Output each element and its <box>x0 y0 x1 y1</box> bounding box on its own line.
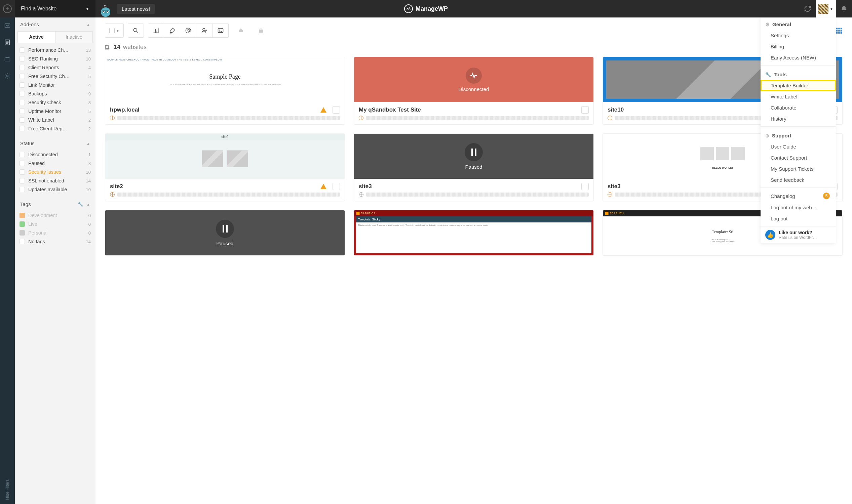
filter-status[interactable]: Disconnected 1 <box>18 150 92 159</box>
dropdown-item[interactable]: Settings <box>761 30 836 41</box>
clean-button[interactable] <box>164 23 180 38</box>
lifebuoy-icon: ⊕ <box>765 133 769 139</box>
dropdown-item[interactable]: User Guide <box>761 141 836 152</box>
report-icon[interactable] <box>3 38 12 47</box>
tab-inactive[interactable]: Inactive <box>55 31 93 43</box>
filter-status[interactable]: SSL not enabled 14 <box>18 176 92 185</box>
filter-status[interactable]: Security Issues 10 <box>18 168 92 176</box>
filter-status[interactable]: Paused 3 <box>18 159 92 168</box>
dropdown-item[interactable]: White Label <box>761 91 836 102</box>
filter-tag[interactable]: Live 0 <box>18 220 92 229</box>
user-dropdown-menu: ⚙GeneralSettingsBillingEarly Access (NEW… <box>761 17 836 243</box>
checkbox[interactable] <box>19 74 25 79</box>
dropdown-item[interactable]: Changelog5 <box>761 190 836 202</box>
filter-addon[interactable]: Free Client Rep… 2 <box>18 124 92 133</box>
checkbox[interactable] <box>19 65 25 70</box>
dropdown-item[interactable]: My Support Tickets <box>761 163 836 174</box>
dropdown-item[interactable]: Early Access (NEW) <box>761 52 836 63</box>
filter-addon[interactable]: Link Monitor 4 <box>18 80 92 89</box>
grid-view-button[interactable] <box>835 27 842 34</box>
dropdown-item[interactable]: Contact Support <box>761 152 836 163</box>
websites-count: 🗐 14 websites <box>105 44 842 51</box>
hide-filters-toggle[interactable]: Hide Filters <box>5 480 10 500</box>
select-all-toggle[interactable]: ▼ <box>105 23 124 38</box>
section-tags-head[interactable]: Tags 🔧▲ <box>15 197 95 211</box>
card-checkbox[interactable] <box>332 183 340 190</box>
checkbox[interactable] <box>19 117 25 123</box>
checkbox[interactable] <box>19 47 25 53</box>
checkbox[interactable] <box>19 169 25 175</box>
filter-status[interactable]: Updates available 10 <box>18 185 92 194</box>
svg-rect-30 <box>840 30 842 32</box>
add-site-button[interactable]: + <box>0 0 15 17</box>
website-card[interactable]: SAMPLE PAGE CHECKOUT FRONT PAGE BLOG ABO… <box>105 57 345 125</box>
checkbox[interactable] <box>19 126 25 131</box>
dropdown-item[interactable]: Send feedback <box>761 174 836 185</box>
user-button[interactable] <box>196 23 212 38</box>
checkbox[interactable] <box>19 109 25 114</box>
filter-tag[interactable]: No tags 14 <box>18 237 92 246</box>
dashboard-icon[interactable] <box>3 21 12 30</box>
section-addons-head[interactable]: Add-ons ▲ <box>15 17 95 31</box>
checkbox[interactable] <box>19 56 25 61</box>
palette-button[interactable] <box>180 23 196 38</box>
addons-icon[interactable] <box>3 55 12 63</box>
filter-addon[interactable]: Performance Ch… 13 <box>18 46 92 54</box>
latest-news-button[interactable]: Latest news! <box>117 4 155 14</box>
dropdown-footer[interactable]: 👍 Like our work?Rate us on WordPr… <box>761 226 836 240</box>
gear-icon: ⚙ <box>765 22 770 27</box>
filter-addon[interactable]: Backups 9 <box>18 89 92 98</box>
filter-addon[interactable]: Uptime Monitor 5 <box>18 107 92 115</box>
website-card[interactable]: site2 site2 <box>105 133 345 201</box>
dropdown-item[interactable]: Log out <box>761 213 836 224</box>
settings-icon[interactable] <box>3 72 12 80</box>
checkbox[interactable] <box>19 178 25 183</box>
dropdown-item[interactable]: Template Builder <box>761 80 836 91</box>
addons-tabs: Active Inactive <box>17 31 93 43</box>
filter-tag[interactable]: Development 0 <box>18 211 92 220</box>
svg-point-4 <box>103 12 104 12</box>
topbar: + Find a Website ▼ Latest news! ManageWP… <box>0 0 852 17</box>
checkbox[interactable] <box>19 91 25 96</box>
filter-tag[interactable]: Personal 0 <box>18 229 92 237</box>
filter-addon[interactable]: Client Reports 4 <box>18 63 92 72</box>
user-menu-button[interactable]: ▼ <box>816 0 836 17</box>
checkbox[interactable] <box>19 152 25 157</box>
faded-action-2[interactable] <box>253 23 269 38</box>
find-website-select[interactable]: Find a Website ▼ <box>15 0 95 17</box>
card-checkbox[interactable] <box>332 106 340 113</box>
wrench-icon[interactable]: 🔧 <box>78 202 83 206</box>
section-status-head[interactable]: Status ▲ <box>15 137 95 150</box>
caret-down-icon: ▼ <box>830 7 833 11</box>
checkbox[interactable] <box>19 82 25 88</box>
website-card[interactable]: 🟧 SAFARICATemplate: StickyThis is a stic… <box>354 210 594 256</box>
filter-addon[interactable]: Security Check 8 <box>18 98 92 107</box>
refresh-button[interactable] <box>800 0 816 17</box>
notifications-button[interactable] <box>836 0 852 17</box>
search-button[interactable] <box>128 23 144 38</box>
website-card[interactable]: Paused site3 <box>354 133 594 201</box>
terminal-button[interactable] <box>212 23 229 38</box>
card-checkbox[interactable] <box>581 183 589 190</box>
tag-swatch <box>19 230 25 236</box>
website-card[interactable]: Disconnected My qSandbox Test Site <box>354 57 594 125</box>
checkbox[interactable] <box>19 100 25 105</box>
faded-action-1[interactable] <box>233 23 249 38</box>
card-title: site3 <box>608 183 621 190</box>
filter-addon[interactable]: SEO Ranking 10 <box>18 54 92 63</box>
analytics-button[interactable] <box>148 23 164 38</box>
filter-addon[interactable]: White Label 2 <box>18 115 92 124</box>
checkbox[interactable] <box>19 187 25 192</box>
dropdown-item[interactable]: Log out of my web… <box>761 202 836 213</box>
dropdown-item[interactable]: History <box>761 113 836 124</box>
website-card[interactable]: Paused <box>105 210 345 256</box>
dropdown-item[interactable]: Collaborate <box>761 102 836 113</box>
tab-active[interactable]: Active <box>17 31 55 43</box>
globe-icon <box>110 192 115 197</box>
filter-addon[interactable]: Free Security Ch… 5 <box>18 72 92 80</box>
main-area: ▼ 🗐 14 websites SAMPLE PAGE CHECKOUT FRO… <box>95 17 852 504</box>
checkbox[interactable] <box>19 239 25 244</box>
card-checkbox[interactable] <box>581 106 589 113</box>
dropdown-item[interactable]: Billing <box>761 41 836 52</box>
checkbox[interactable] <box>19 161 25 166</box>
